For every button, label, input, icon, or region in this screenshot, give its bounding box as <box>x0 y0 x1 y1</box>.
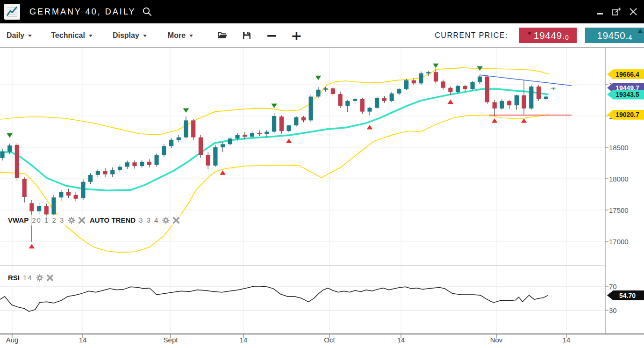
menu-label: Display <box>113 31 139 40</box>
zoom-in-icon[interactable]: + <box>291 31 302 40</box>
time-axis-label: 14 <box>227 336 260 344</box>
price-axis-label: 17000 <box>609 238 629 246</box>
chart-canvas[interactable] <box>0 48 644 348</box>
menu-timeframe-daily[interactable]: Daily <box>7 31 32 40</box>
indicator-name: VWAP <box>8 216 29 224</box>
ask-price-button[interactable]: 19450.4 <box>585 28 644 43</box>
time-axis-label: Oct <box>313 336 346 344</box>
window-title: GERMANY 40, DAILY <box>29 7 136 17</box>
indicator-params: 3 3 4 <box>139 216 159 224</box>
close-button[interactable] <box>628 7 638 17</box>
menu-technical[interactable]: Technical <box>51 31 93 40</box>
close-icon[interactable] <box>79 217 85 224</box>
indicator-name: RSI <box>8 274 20 282</box>
indicator-row-auto-trend: AUTO TREND 3 3 4 <box>86 215 184 225</box>
price-axis-label: 17500 <box>609 206 629 214</box>
indicator-params: 14 <box>23 274 33 282</box>
menu-display[interactable]: Display <box>113 31 147 40</box>
gear-icon[interactable] <box>68 217 75 224</box>
window-controls <box>594 7 638 17</box>
menu-more[interactable]: More <box>168 31 193 40</box>
menu-label: Technical <box>51 31 85 40</box>
time-axis-label: 14 <box>66 336 99 344</box>
time-axis-label: Aug <box>0 336 29 344</box>
rsi-axis-label: 70 <box>609 283 617 290</box>
indicator-params: 20 1 2 3 <box>32 216 64 224</box>
chevron-down-icon <box>189 35 193 37</box>
save-icon[interactable] <box>242 31 251 40</box>
gear-icon[interactable] <box>162 217 170 224</box>
time-axis-label: Nov <box>480 336 513 344</box>
chart-toolbar: Daily Technical Display More − + CURRENT… <box>0 23 644 48</box>
window-titlebar: GERMANY 40, DAILY <box>0 0 644 23</box>
vwap-tag: 19343.5 <box>607 90 644 100</box>
time-axis-label: 14 <box>550 336 583 344</box>
search-icon[interactable] <box>142 7 152 17</box>
open-folder-icon[interactable] <box>217 31 228 40</box>
bid-price-button[interactable]: 19449.0 <box>519 28 577 43</box>
close-icon[interactable] <box>47 275 53 281</box>
menu-label: More <box>168 31 186 40</box>
zoom-out-icon[interactable]: − <box>266 31 277 40</box>
current-price-label: CURRENT PRICE: <box>435 31 508 40</box>
chevron-down-icon <box>28 35 32 37</box>
indicator-name: AUTO TREND <box>90 216 136 224</box>
rsi-axis-label: 30 <box>609 306 617 314</box>
time-axis-label: Sept <box>154 336 187 344</box>
arrow-up-icon <box>638 29 643 33</box>
menu-label: Daily <box>7 31 24 40</box>
indicator-row-vwap: VWAP 20 1 2 3 <box>4 215 89 225</box>
indicator-row-rsi: RSI 14 <box>4 272 57 283</box>
lower-band-tag: 19020.7 <box>607 110 644 120</box>
close-icon[interactable] <box>173 217 179 224</box>
app-chart-icon <box>4 4 20 20</box>
chevron-down-icon <box>89 35 93 37</box>
arrow-down-icon <box>527 32 532 36</box>
minimize-button[interactable] <box>594 7 605 17</box>
price-axis-label: 18500 <box>609 144 629 152</box>
chart-area: 1950019000185001800017500170007030 Aug14… <box>0 48 644 348</box>
gear-icon[interactable] <box>36 274 43 282</box>
upper-band-tag: 19666.4 <box>607 69 644 79</box>
time-axis-label: 14 <box>385 336 417 344</box>
chevron-down-icon <box>143 35 147 37</box>
popout-button[interactable] <box>611 7 622 17</box>
rsi-value-tag: 54.70 <box>607 290 644 300</box>
price-axis-label: 18000 <box>609 175 629 183</box>
